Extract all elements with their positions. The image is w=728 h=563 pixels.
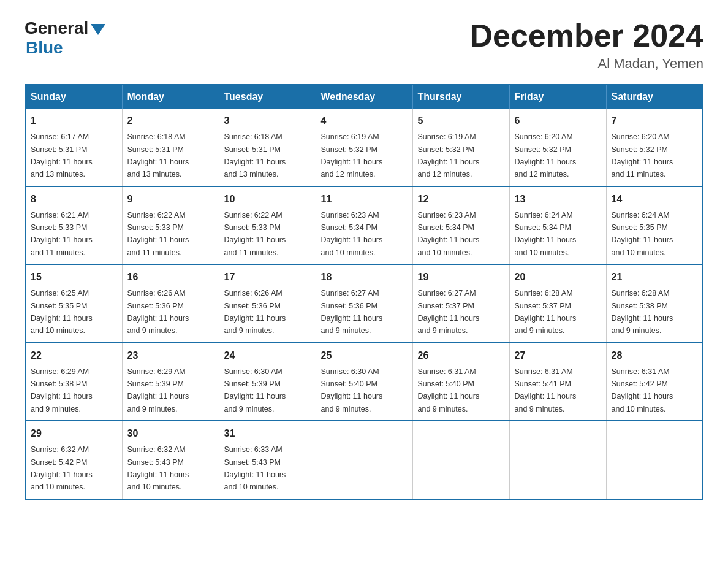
logo: General Blue [25,18,105,58]
weekday-header-sunday: Sunday [25,85,122,109]
day-info: Sunrise: 6:26 AMSunset: 5:36 PMDaylight:… [224,289,286,335]
calendar-cell: 11 Sunrise: 6:23 AMSunset: 5:34 PMDaylig… [316,186,412,265]
calendar-cell: 31 Sunrise: 6:33 AMSunset: 5:43 PMDaylig… [219,421,316,499]
day-info: Sunrise: 6:28 AMSunset: 5:37 PMDaylight:… [515,289,577,335]
calendar-cell: 23 Sunrise: 6:29 AMSunset: 5:39 PMDaylig… [122,343,219,421]
day-info: Sunrise: 6:31 AMSunset: 5:41 PMDaylight:… [515,367,577,413]
day-info: Sunrise: 6:29 AMSunset: 5:39 PMDaylight:… [127,367,189,413]
day-number: 10 [224,192,311,207]
calendar-cell: 30 Sunrise: 6:32 AMSunset: 5:43 PMDaylig… [122,421,219,499]
calendar-cell: 29 Sunrise: 6:32 AMSunset: 5:42 PMDaylig… [25,421,122,499]
calendar-cell: 18 Sunrise: 6:27 AMSunset: 5:36 PMDaylig… [316,264,412,343]
calendar-cell: 25 Sunrise: 6:30 AMSunset: 5:40 PMDaylig… [316,343,412,421]
day-info: Sunrise: 6:32 AMSunset: 5:42 PMDaylight:… [31,445,93,491]
calendar-cell: 5 Sunrise: 6:19 AMSunset: 5:32 PMDayligh… [412,109,509,186]
calendar-cell: 6 Sunrise: 6:20 AMSunset: 5:32 PMDayligh… [509,109,606,186]
logo-blue-text: Blue [26,38,63,57]
calendar-cell: 16 Sunrise: 6:26 AMSunset: 5:36 PMDaylig… [122,264,219,343]
day-number: 13 [515,192,601,207]
calendar-cell: 1 Sunrise: 6:17 AMSunset: 5:31 PMDayligh… [25,109,122,186]
day-number: 11 [321,192,408,207]
day-info: Sunrise: 6:20 AMSunset: 5:32 PMDaylight:… [612,132,673,178]
day-info: Sunrise: 6:24 AMSunset: 5:35 PMDaylight:… [612,211,673,257]
logo-general-text: General [25,18,88,38]
day-number: 6 [515,113,601,128]
day-info: Sunrise: 6:18 AMSunset: 5:31 PMDaylight:… [127,132,189,178]
day-number: 30 [127,426,214,441]
day-number: 24 [224,348,311,363]
day-number: 22 [31,348,117,363]
calendar-cell: 13 Sunrise: 6:24 AMSunset: 5:34 PMDaylig… [509,186,606,265]
day-info: Sunrise: 6:23 AMSunset: 5:34 PMDaylight:… [321,211,383,257]
day-number: 1 [31,113,117,128]
day-number: 19 [418,270,504,285]
calendar-week-row: 22 Sunrise: 6:29 AMSunset: 5:38 PMDaylig… [25,343,703,421]
day-info: Sunrise: 6:22 AMSunset: 5:33 PMDaylight:… [224,211,286,257]
day-number: 27 [515,348,601,363]
weekday-header-wednesday: Wednesday [316,85,412,109]
calendar-cell: 22 Sunrise: 6:29 AMSunset: 5:38 PMDaylig… [25,343,122,421]
day-number: 31 [224,426,311,441]
calendar-cell: 12 Sunrise: 6:23 AMSunset: 5:34 PMDaylig… [412,186,509,265]
day-number: 7 [612,113,698,128]
day-info: Sunrise: 6:24 AMSunset: 5:34 PMDaylight:… [515,211,577,257]
calendar-week-row: 29 Sunrise: 6:32 AMSunset: 5:42 PMDaylig… [25,421,703,499]
calendar-cell: 24 Sunrise: 6:30 AMSunset: 5:39 PMDaylig… [219,343,316,421]
day-info: Sunrise: 6:25 AMSunset: 5:35 PMDaylight:… [31,289,93,335]
day-info: Sunrise: 6:22 AMSunset: 5:33 PMDaylight:… [127,211,189,257]
title-section: December 2024 Al Madan, Yemen [469,18,703,72]
day-info: Sunrise: 6:21 AMSunset: 5:33 PMDaylight:… [31,211,93,257]
day-info: Sunrise: 6:17 AMSunset: 5:31 PMDaylight:… [31,132,93,178]
location: Al Madan, Yemen [469,56,703,72]
calendar-week-row: 1 Sunrise: 6:17 AMSunset: 5:31 PMDayligh… [25,109,703,186]
day-number: 16 [127,270,214,285]
calendar-week-row: 8 Sunrise: 6:21 AMSunset: 5:33 PMDayligh… [25,186,703,265]
calendar-table: SundayMondayTuesdayWednesdayThursdayFrid… [25,84,703,500]
day-number: 23 [127,348,214,363]
day-number: 9 [127,192,214,207]
day-info: Sunrise: 6:19 AMSunset: 5:32 PMDaylight:… [418,132,480,178]
day-info: Sunrise: 6:29 AMSunset: 5:38 PMDaylight:… [31,367,93,413]
weekday-header-monday: Monday [122,85,219,109]
calendar-cell [509,421,606,499]
day-info: Sunrise: 6:33 AMSunset: 5:43 PMDaylight:… [224,445,286,491]
day-info: Sunrise: 6:28 AMSunset: 5:38 PMDaylight:… [612,289,673,335]
calendar-cell: 19 Sunrise: 6:27 AMSunset: 5:37 PMDaylig… [412,264,509,343]
day-number: 8 [31,192,117,207]
day-number: 29 [31,426,117,441]
calendar-cell: 9 Sunrise: 6:22 AMSunset: 5:33 PMDayligh… [122,186,219,265]
weekday-header-friday: Friday [509,85,606,109]
day-number: 28 [612,348,698,363]
day-number: 3 [224,113,311,128]
day-info: Sunrise: 6:32 AMSunset: 5:43 PMDaylight:… [127,445,189,491]
calendar-header-row: SundayMondayTuesdayWednesdayThursdayFrid… [25,85,703,109]
logo-arrow-icon [91,24,105,35]
day-info: Sunrise: 6:31 AMSunset: 5:42 PMDaylight:… [612,367,673,413]
day-number: 21 [612,270,698,285]
day-number: 20 [515,270,601,285]
day-number: 14 [612,192,698,207]
calendar-cell [316,421,412,499]
day-info: Sunrise: 6:30 AMSunset: 5:39 PMDaylight:… [224,367,286,413]
calendar-cell: 2 Sunrise: 6:18 AMSunset: 5:31 PMDayligh… [122,109,219,186]
calendar-cell: 10 Sunrise: 6:22 AMSunset: 5:33 PMDaylig… [219,186,316,265]
day-number: 4 [321,113,408,128]
day-info: Sunrise: 6:31 AMSunset: 5:40 PMDaylight:… [418,367,480,413]
day-info: Sunrise: 6:27 AMSunset: 5:36 PMDaylight:… [321,289,383,335]
day-info: Sunrise: 6:19 AMSunset: 5:32 PMDaylight:… [321,132,383,178]
calendar-cell [606,421,703,499]
weekday-header-saturday: Saturday [606,85,703,109]
day-number: 12 [418,192,504,207]
weekday-header-tuesday: Tuesday [219,85,316,109]
day-number: 17 [224,270,311,285]
calendar-cell [412,421,509,499]
day-info: Sunrise: 6:20 AMSunset: 5:32 PMDaylight:… [515,132,577,178]
day-number: 26 [418,348,504,363]
day-number: 2 [127,113,214,128]
calendar-cell: 8 Sunrise: 6:21 AMSunset: 5:33 PMDayligh… [25,186,122,265]
month-title: December 2024 [469,18,703,53]
day-number: 18 [321,270,408,285]
calendar-cell: 3 Sunrise: 6:18 AMSunset: 5:31 PMDayligh… [219,109,316,186]
calendar-cell: 7 Sunrise: 6:20 AMSunset: 5:32 PMDayligh… [606,109,703,186]
day-info: Sunrise: 6:23 AMSunset: 5:34 PMDaylight:… [418,211,480,257]
